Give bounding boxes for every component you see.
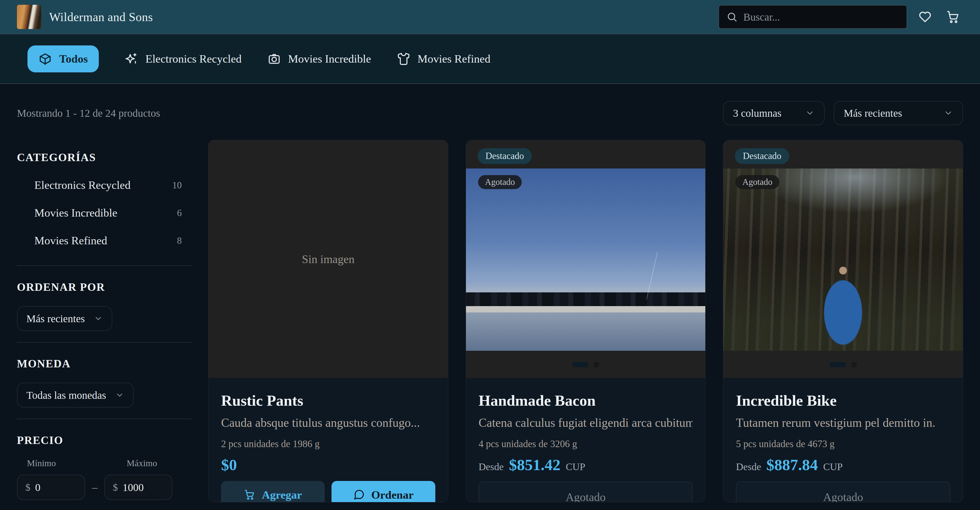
- cart-icon: [946, 10, 960, 24]
- cart-button[interactable]: [943, 7, 963, 27]
- chevron-down-icon: [115, 391, 124, 400]
- soldout-button: Agotado: [479, 481, 693, 502]
- chevron-down-icon: [805, 108, 815, 118]
- currency-symbol: $: [113, 481, 118, 493]
- product-media: Sin imagen: [208, 140, 448, 378]
- product-price-row: Desde $851.42 CUP: [479, 456, 693, 474]
- category-item-movies-refined[interactable]: Movies Refined 8: [17, 227, 191, 254]
- sidebar-sort-value: Más recientes: [26, 313, 85, 325]
- product-photo: [466, 168, 706, 351]
- results-count: Mostrando 1 - 12 de 24 productos: [17, 107, 160, 119]
- soldout-badge: Agotado: [735, 175, 779, 189]
- sidebar-currency-select[interactable]: Todas las monedas: [17, 383, 134, 408]
- product-description: Tutamen rerum vestigium pel demitto in.: [736, 416, 950, 430]
- max-price-label: Máximo: [127, 458, 157, 468]
- category-label: Movies Refined: [34, 234, 107, 247]
- product-units: 2 pcs unidades de 1986 g: [221, 438, 435, 450]
- max-price-input[interactable]: [123, 481, 164, 494]
- tab-label: Movies Refined: [418, 52, 490, 65]
- sort-select-value: Más recientes: [844, 107, 902, 119]
- search-icon: [726, 11, 738, 22]
- product-price: $0: [221, 456, 237, 474]
- price-labels: Mínimo Máximo: [17, 458, 191, 468]
- category-item-movies-incredible[interactable]: Movies Incredible 6: [17, 199, 191, 227]
- min-price-field[interactable]: $: [17, 475, 85, 500]
- product-info: Handmade Bacon Catena calculus fugiat el…: [466, 378, 706, 502]
- store-name: Wilderman and Sons: [49, 10, 153, 24]
- categories-list: Electronics Recycled 10 Movies Incredibl…: [17, 171, 191, 254]
- message-circle-icon: [353, 489, 365, 500]
- currency-symbol: $: [25, 481, 30, 493]
- product-name: Rustic Pants: [221, 392, 435, 409]
- soldout-badge: Agotado: [478, 175, 522, 189]
- product-price-row: $0: [221, 456, 435, 474]
- main-content: CATEGORÍAS Electronics Recycled 10 Movie…: [0, 125, 980, 510]
- carousel-dot[interactable]: [594, 362, 599, 367]
- tab-label: Todos: [59, 52, 88, 65]
- product-name: Incredible Bike: [736, 392, 950, 409]
- sidebar-divider: [17, 419, 191, 419]
- categories-title: CATEGORÍAS: [17, 151, 191, 164]
- results-toolbar: Mostrando 1 - 12 de 24 productos 3 colum…: [0, 84, 980, 125]
- category-count: 6: [177, 207, 182, 218]
- sidebar-divider: [17, 342, 191, 343]
- columns-select[interactable]: 3 columnas: [723, 101, 825, 125]
- price-currency: CUP: [566, 461, 585, 472]
- sparkles-icon: [125, 52, 138, 65]
- sidebar-divider: [17, 265, 191, 266]
- product-price-row: Desde $887.84 CUP: [736, 456, 950, 474]
- price-inputs: $ – $: [17, 475, 191, 500]
- tab-todos[interactable]: Todos: [27, 45, 99, 72]
- add-to-cart-button[interactable]: Agregar: [221, 481, 325, 502]
- product-card-rustic-pants[interactable]: Sin imagen Rustic Pants Cauda absque tit…: [208, 140, 448, 502]
- search-input[interactable]: [743, 11, 899, 23]
- price-prefix: Desde: [479, 461, 504, 472]
- tab-movies-incredible[interactable]: Movies Incredible: [267, 52, 371, 65]
- app-header: Wilderman and Sons: [0, 0, 980, 34]
- soldout-button: Agotado: [736, 481, 950, 502]
- wishlist-button[interactable]: [915, 7, 935, 27]
- carousel-dots: [723, 362, 963, 367]
- product-price: $887.84: [766, 456, 818, 474]
- category-tabbar: Todos Electronics Recycled Movies Incred…: [0, 34, 980, 84]
- no-image-placeholder: Sin imagen: [208, 140, 448, 378]
- min-price-input[interactable]: [35, 481, 76, 494]
- tab-movies-refined[interactable]: Movies Refined: [397, 52, 490, 65]
- camera-icon: [267, 52, 281, 65]
- category-item-electronics-recycled[interactable]: Electronics Recycled 10: [17, 171, 191, 199]
- featured-badge: Destacado: [735, 148, 789, 164]
- order-button-label: Ordenar: [371, 488, 414, 501]
- price-title: PRECIO: [17, 434, 191, 446]
- sidebar-currency-value: Todas las monedas: [26, 389, 106, 402]
- product-units: 5 pcs unidades de 4673 g: [736, 438, 950, 450]
- product-card-incredible-bike[interactable]: Destacado Agotado Incredible Bike Tutame…: [723, 140, 963, 502]
- store-logo[interactable]: [17, 5, 41, 29]
- sort-select[interactable]: Más recientes: [834, 101, 963, 125]
- product-units: 4 pcs unidades de 3206 g: [479, 438, 693, 450]
- chevron-down-icon: [943, 108, 953, 118]
- carousel-dot[interactable]: [851, 362, 857, 367]
- price-prefix: Desde: [736, 461, 761, 472]
- category-label: Movies Incredible: [34, 206, 117, 219]
- carousel-dot-active[interactable]: [572, 362, 589, 367]
- order-button[interactable]: Ordenar: [331, 481, 435, 502]
- product-info: Rustic Pants Cauda absque titulus angust…: [208, 378, 448, 502]
- category-count: 10: [172, 180, 182, 191]
- carousel-dot-active[interactable]: [830, 362, 846, 367]
- product-actions: Agregar Ordenar: [221, 481, 435, 502]
- cart-icon: [244, 489, 255, 500]
- product-photo: [723, 168, 963, 351]
- product-media: Destacado Agotado: [466, 140, 706, 378]
- add-button-label: Agregar: [262, 488, 302, 501]
- product-card-handmade-bacon[interactable]: Destacado Agotado Handmade Bacon Catena …: [466, 140, 706, 502]
- max-price-field[interactable]: $: [104, 475, 172, 500]
- min-price-label: Mínimo: [27, 458, 56, 468]
- sort-title: ORDENAR POR: [17, 281, 191, 294]
- search-bar[interactable]: [719, 5, 907, 29]
- product-grid: Sin imagen Rustic Pants Cauda absque tit…: [208, 140, 963, 510]
- product-info: Incredible Bike Tutamen rerum vestigium …: [723, 378, 963, 502]
- price-range-separator: –: [92, 481, 97, 494]
- sidebar-sort-select[interactable]: Más recientes: [17, 306, 112, 331]
- product-description: Catena calculus fugiat eligendi arca cub…: [479, 416, 693, 430]
- tab-electronics-recycled[interactable]: Electronics Recycled: [125, 52, 242, 65]
